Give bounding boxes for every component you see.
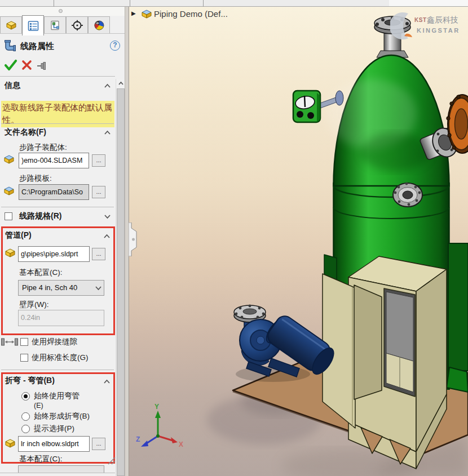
weld-gap-checkbox[interactable] <box>20 338 28 346</box>
ok-check-button[interactable] <box>4 59 17 71</box>
cancel-x-button[interactable] <box>21 60 33 71</box>
help-icon[interactable]: ? <box>110 41 120 51</box>
part-icon <box>4 248 16 258</box>
strip-divider <box>203 0 204 7</box>
vessel-leg <box>448 243 468 371</box>
weld-gap-icon <box>1 337 18 346</box>
pipe-config-dropdown[interactable]: Pipe 4 in, Sch 40 <box>18 280 104 296</box>
collapse-chevron-icon[interactable] <box>103 379 111 384</box>
strip-divider <box>54 0 54 7</box>
electrical-cabinet[interactable] <box>323 256 447 469</box>
scroll-up-icon <box>118 81 124 86</box>
triad-x-label: X <box>179 441 183 448</box>
appearance-sphere-icon <box>93 20 105 31</box>
panel-scrollbar[interactable] <box>116 79 125 476</box>
splitter-grip-dot <box>59 9 63 13</box>
elbow-file-input[interactable]: lr inch elbow.sldprt <box>18 436 90 452</box>
panel-splitter[interactable] <box>0 7 125 16</box>
vessel-foot <box>447 367 468 392</box>
subassembly-label: 步路子装配体: <box>19 143 67 153</box>
collapse-chevron-icon[interactable] <box>104 130 111 135</box>
info-section-header[interactable]: 信息 <box>5 81 20 91</box>
elbow-config-dropdown-clipped[interactable] <box>18 465 104 473</box>
kingstar-logo-icon <box>390 11 415 39</box>
subassembly-browse-button[interactable]: ... <box>92 154 105 167</box>
route-spec-checkbox[interactable] <box>5 212 12 220</box>
dropdown-chevron-icon[interactable] <box>95 286 102 291</box>
template-label: 步路模板: <box>19 174 52 184</box>
prompt-select-radio[interactable] <box>21 425 30 433</box>
collapse-chevron-icon[interactable] <box>104 83 111 88</box>
expand-chevron-icon[interactable] <box>104 214 111 219</box>
divider <box>1 123 114 124</box>
triad-z-label: Z <box>136 435 140 443</box>
bends-section-header[interactable]: 折弯 - 弯管(B) <box>5 376 55 386</box>
elbow-browse-button[interactable]: ... <box>92 438 105 450</box>
std-length-label: 使用标准长度(G) <box>32 353 89 363</box>
filenames-section-header[interactable]: 文件名称(F) <box>5 127 46 137</box>
std-length-checkbox[interactable] <box>20 354 28 362</box>
coordinate-triad: Y X Z <box>136 403 183 448</box>
triad-y-label: Y <box>154 403 159 411</box>
kingstar-watermark: KST 鑫辰科技 KINGSTAR <box>387 10 466 39</box>
pipe-file-input[interactable]: g\pipes\pipe.sldprt <box>18 246 90 262</box>
strip-divider <box>130 0 130 7</box>
gauge-needle <box>304 96 305 107</box>
divider <box>0 76 115 77</box>
watermark-kst: KST <box>414 17 427 23</box>
always-bend-label: 始终形成折弯(B) <box>34 411 90 421</box>
tab-propertymanager[interactable] <box>22 15 44 35</box>
cabinet-inner-door <box>354 285 382 399</box>
graphics-viewport[interactable]: Y X Z ▶ Piping Demo (Def... KST 鑫辰科技 KIN… <box>129 7 468 476</box>
configuration-icon <box>49 20 61 31</box>
tab-displaymanager[interactable] <box>88 16 110 34</box>
wall-thickness-input: 0.24in <box>18 310 104 326</box>
watermark-company: 鑫辰科技 <box>427 15 458 25</box>
property-manager-panel: 线路属性 ? 信息 选取新线路子装配体的默认属性。 文件名称(F) 步路子装配体… <box>0 7 125 476</box>
panel-title: 线路属性 <box>20 41 54 52</box>
part-icon <box>4 438 16 448</box>
tab-configurationmanager[interactable] <box>44 16 66 34</box>
scrollbar-thumb[interactable] <box>117 88 125 476</box>
body-flange <box>393 183 422 207</box>
top-toolbar-strip <box>0 0 468 7</box>
tab-featuremanager[interactable] <box>0 16 22 34</box>
divider <box>1 207 114 207</box>
pipe-browse-button[interactable]: ... <box>92 248 105 260</box>
template-browse-button[interactable]: ... <box>92 186 105 198</box>
always-elbow-radio[interactable] <box>21 392 30 401</box>
always-elbow-key: (E) <box>34 402 43 410</box>
tabrow-baseline <box>0 33 125 34</box>
always-bend-radio[interactable] <box>21 412 30 421</box>
prompt-select-label: 提示选择(P) <box>34 424 74 434</box>
panel-resize-grip[interactable] <box>107 456 116 465</box>
assembly-icon <box>140 8 153 20</box>
tree-item-label[interactable]: Piping Demo (Def... <box>154 9 228 19</box>
divider <box>0 473 115 473</box>
crosshair-icon <box>71 20 83 31</box>
assembly-icon <box>3 186 15 196</box>
assembly-icon <box>3 154 15 164</box>
3d-model-scene[interactable]: Y X Z <box>129 7 468 476</box>
subassembly-input[interactable]: )emo-004.SLDASM <box>19 153 89 168</box>
divider <box>1 370 114 370</box>
pipe-config-label: 基本配置(C): <box>19 268 63 278</box>
scrollbar-up-button[interactable] <box>116 79 125 88</box>
route-elbow-icon <box>3 39 16 53</box>
route-spec-header[interactable]: 线路规格(R) <box>19 211 61 221</box>
tab-dimxpertmanager[interactable] <box>66 16 88 34</box>
property-list-icon <box>27 20 39 32</box>
panel-flyout-tab[interactable] <box>129 223 138 256</box>
wall-thickness-label: 壁厚(W): <box>19 300 48 310</box>
part-cube-icon <box>5 20 17 31</box>
weld-gap-label: 使用焊接缝隙 <box>32 337 77 347</box>
solidworks-window: 线路属性 ? 信息 选取新线路子装配体的默认属性。 文件名称(F) 步路子装配体… <box>0 0 468 476</box>
watermark-brand: KINGSTAR <box>417 27 460 34</box>
pin-button[interactable] <box>36 60 50 72</box>
elbow-config-label: 基本配置(C): <box>19 454 63 464</box>
tree-expand-arrow[interactable]: ▶ <box>131 10 136 16</box>
collapse-chevron-icon[interactable] <box>103 234 111 239</box>
template-input[interactable]: C:\ProgramData\So <box>19 184 89 200</box>
always-elbow-label: 始终使用弯管 <box>34 391 80 401</box>
pipe-section-header[interactable]: 管道(P) <box>5 230 32 241</box>
